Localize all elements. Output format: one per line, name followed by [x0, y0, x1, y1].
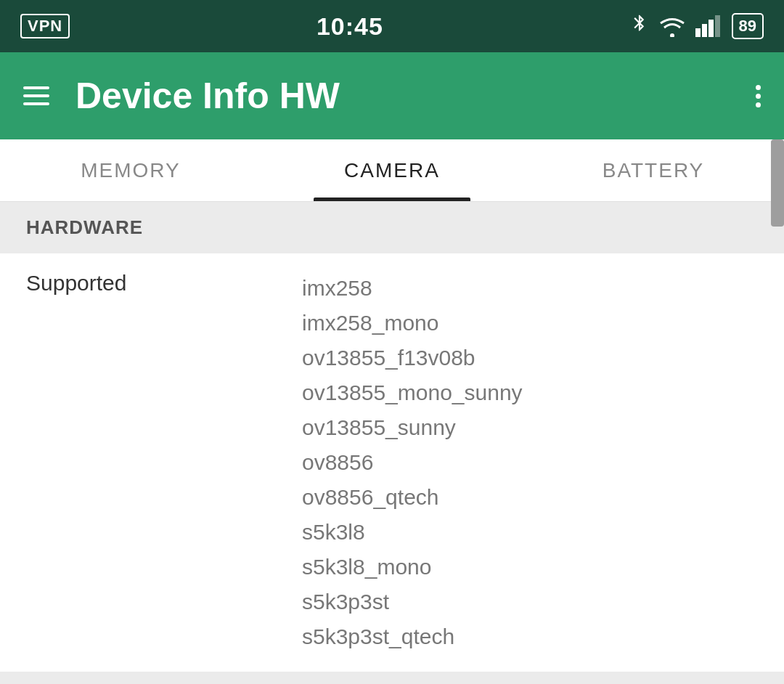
status-time: 10:45	[317, 12, 383, 41]
svg-rect-2	[702, 24, 707, 37]
battery-level: 89	[739, 17, 756, 35]
app-title: Device Info HW	[75, 75, 756, 117]
sensor-imx258: imx258	[302, 271, 523, 306]
section-header-software: SOFTWARE	[0, 672, 784, 684]
vpn-badge: VPN	[20, 14, 70, 38]
section-header-hardware: HARDWARE	[0, 202, 784, 253]
tab-camera[interactable]: CAMERA	[261, 139, 523, 201]
sensor-ov13855-mono-sunny: ov13855_mono_sunny	[302, 375, 523, 410]
row-label-supported: Supported	[26, 271, 302, 654]
sensor-ov13855-f13v08b: ov13855_f13v08b	[302, 341, 523, 375]
status-bar: VPN 10:45 89	[0, 0, 784, 52]
sensor-ov8856: ov8856	[302, 445, 523, 480]
svg-point-0	[670, 33, 674, 37]
svg-rect-4	[715, 15, 720, 37]
sensor-ov13855-sunny: ov13855_sunny	[302, 410, 523, 445]
row-value-supported: imx258 imx258_mono ov13855_f13v08b ov138…	[302, 271, 523, 654]
sensor-s5k3p3st-qtech: s5k3p3st_qtech	[302, 619, 523, 654]
sensor-imx258-mono: imx258_mono	[302, 306, 523, 341]
table-row: Supported imx258 imx258_mono ov13855_f13…	[0, 253, 784, 672]
sensor-s5k3l8-mono: s5k3l8_mono	[302, 550, 523, 585]
svg-rect-3	[709, 20, 714, 37]
wifi-icon	[659, 15, 685, 37]
tab-memory[interactable]: MEMORY	[0, 139, 261, 201]
sensor-ov8856-qtech: ov8856_qtech	[302, 480, 523, 515]
sensor-s5k3l8: s5k3l8	[302, 515, 523, 550]
tab-bar: MEMORY CAMERA BATTERY	[0, 139, 784, 202]
sensor-s5k3p3st: s5k3p3st	[302, 585, 523, 619]
battery-indicator: 89	[732, 13, 764, 39]
svg-rect-1	[695, 28, 701, 37]
content-area: HARDWARE Supported imx258 imx258_mono ov…	[0, 202, 784, 684]
tab-battery[interactable]: BATTERY	[523, 139, 784, 201]
signal-icon	[695, 15, 722, 37]
more-options-button[interactable]	[756, 85, 761, 107]
status-icons: 89	[630, 13, 764, 39]
app-bar: Device Info HW	[0, 52, 784, 139]
menu-button[interactable]	[23, 86, 49, 105]
bluetooth-icon	[630, 13, 649, 39]
